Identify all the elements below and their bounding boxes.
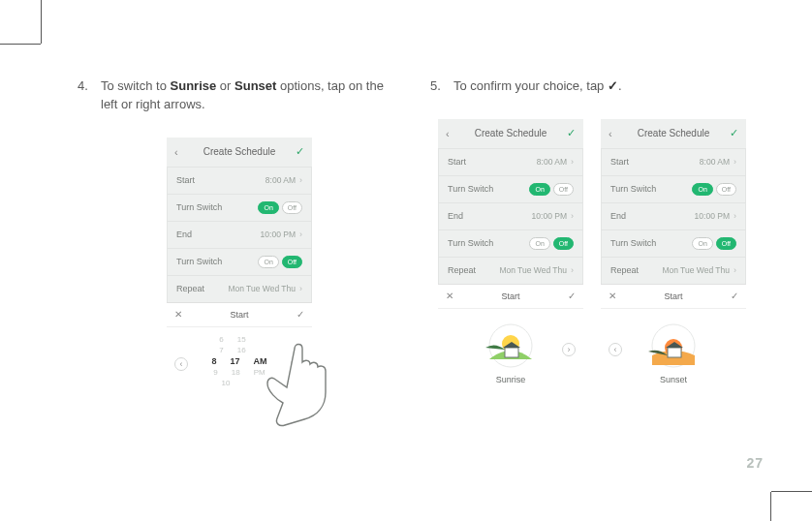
switch-off[interactable]: Off bbox=[553, 183, 574, 196]
crop-mark bbox=[0, 44, 41, 45]
step-4: 4. To switch to Sunrise or Sunset option… bbox=[78, 77, 401, 114]
option-label: Sunrise bbox=[496, 375, 526, 384]
check-icon: ✓ bbox=[608, 78, 618, 93]
value: 10:00 PM bbox=[261, 230, 296, 239]
phone-mock-time-picker: ‹ Create Schedule ✓ Start 8:00 AM› Turn … bbox=[167, 138, 312, 401]
option-label: Sunset bbox=[660, 375, 687, 384]
row-turn-switch-2: Turn SwitchOnOff bbox=[438, 230, 583, 257]
sheet-title: Start bbox=[664, 291, 682, 301]
text: To confirm your choice, tap bbox=[453, 78, 608, 93]
bold: Sunset bbox=[234, 78, 276, 93]
row-end[interactable]: End 10:00 PM› bbox=[167, 221, 312, 248]
switch-on[interactable]: On bbox=[529, 237, 549, 250]
screen-header: ‹ Create Schedule ✓ bbox=[167, 138, 312, 167]
value: Mon Tue Wed Thu bbox=[228, 284, 296, 293]
label: Turn Switch bbox=[176, 257, 222, 266]
close-icon[interactable]: ✕ bbox=[609, 291, 616, 301]
row-start[interactable]: Start 8:00 AM› bbox=[167, 167, 312, 194]
picker-prev-icon[interactable]: ‹ bbox=[174, 357, 188, 371]
row-turn-switch-2: Turn SwitchOnOff bbox=[601, 230, 746, 257]
step-text: To switch to Sunrise or Sunset options, … bbox=[101, 77, 401, 114]
switch-off[interactable]: Off bbox=[282, 256, 302, 268]
step-text: To confirm your choice, tap ✓. bbox=[453, 77, 622, 96]
phone-mock-sunrise: ‹ Create Schedule ✓ Start8:00 AM› Turn S… bbox=[438, 119, 583, 394]
row-end[interactable]: End10:00 PM› bbox=[601, 202, 746, 230]
back-icon[interactable]: ‹ bbox=[174, 146, 178, 158]
confirm-icon[interactable]: ✓ bbox=[567, 127, 576, 139]
label: Turn Switch bbox=[610, 238, 656, 248]
sheet-sunrise: ✕Start✓ ‹ › Sunrise bbox=[438, 284, 583, 394]
chevron-right-icon: › bbox=[734, 265, 736, 275]
chevron-right-icon: › bbox=[299, 230, 302, 239]
step-number: 4. bbox=[78, 77, 101, 114]
sheet-title: Start bbox=[230, 310, 248, 320]
close-icon[interactable]: ✕ bbox=[446, 291, 453, 301]
picker-row: 615 bbox=[219, 335, 259, 344]
switch-off[interactable]: Off bbox=[553, 237, 574, 250]
screen-title: Create Schedule bbox=[638, 128, 710, 138]
picker-row: 716 bbox=[219, 346, 259, 354]
confirm-icon[interactable]: ✓ bbox=[296, 145, 304, 158]
switch-off[interactable]: Off bbox=[716, 183, 736, 196]
value: 8:00 AM bbox=[265, 175, 296, 185]
label: Repeat bbox=[448, 265, 476, 275]
value: Mon Tue Wed Thu bbox=[662, 265, 730, 275]
confirm-icon[interactable]: ✓ bbox=[731, 291, 738, 301]
label: Start bbox=[448, 157, 466, 167]
switch-on[interactable]: On bbox=[692, 237, 712, 250]
label: End bbox=[448, 211, 463, 221]
svg-rect-2 bbox=[505, 348, 518, 357]
value: 8:00 AM bbox=[700, 157, 730, 167]
value: 10:00 PM bbox=[532, 211, 567, 221]
picker-next-icon[interactable]: › bbox=[291, 357, 304, 371]
phone-mock-sunset: ‹ Create Schedule ✓ Start8:00 AM› Turn S… bbox=[601, 119, 746, 394]
row-repeat[interactable]: RepeatMon Tue Wed Thu› bbox=[601, 257, 746, 284]
value: Mon Tue Wed Thu bbox=[499, 265, 567, 275]
confirm-icon[interactable]: ✓ bbox=[730, 127, 738, 139]
label: Turn Switch bbox=[448, 238, 493, 248]
confirm-icon[interactable]: ✓ bbox=[568, 291, 576, 301]
picker-row-selected: 817AM bbox=[211, 356, 266, 366]
switch-off[interactable]: Off bbox=[282, 201, 302, 214]
back-icon[interactable]: ‹ bbox=[609, 128, 612, 139]
screen-header: ‹ Create Schedule ✓ bbox=[438, 119, 583, 148]
chevron-right-icon: › bbox=[734, 157, 736, 167]
crop-mark bbox=[41, 0, 42, 44]
picker-prev-icon[interactable]: ‹ bbox=[609, 343, 622, 356]
text: To switch to bbox=[101, 78, 171, 93]
row-turn-switch-1: Turn SwitchOnOff bbox=[438, 175, 583, 202]
switch-off[interactable]: Off bbox=[716, 237, 736, 250]
row-start[interactable]: Start8:00 AM› bbox=[601, 148, 746, 175]
label: Repeat bbox=[610, 265, 639, 275]
label: Start bbox=[176, 175, 195, 185]
switch-on[interactable]: On bbox=[529, 183, 549, 196]
svg-rect-5 bbox=[668, 348, 681, 357]
label: Turn Switch bbox=[176, 202, 222, 212]
close-icon[interactable]: ✕ bbox=[174, 309, 182, 320]
row-start[interactable]: Start8:00 AM› bbox=[438, 148, 583, 175]
sheet-start-picker: ✕ Start ✓ ‹ › 615 716 817AM 918PM 10 bbox=[167, 302, 312, 401]
picker-row: 10 bbox=[222, 379, 258, 387]
confirm-icon[interactable]: ✓ bbox=[297, 309, 304, 320]
step-5: 5. To confirm your choice, tap ✓. bbox=[430, 77, 754, 96]
switch-on[interactable]: On bbox=[692, 183, 712, 196]
chevron-right-icon: › bbox=[299, 175, 302, 185]
row-repeat[interactable]: RepeatMon Tue Wed Thu› bbox=[438, 257, 583, 284]
row-end[interactable]: End10:00 PM› bbox=[438, 202, 583, 230]
back-icon[interactable]: ‹ bbox=[446, 128, 450, 139]
chevron-right-icon: › bbox=[571, 265, 574, 275]
row-turn-switch-2: Turn Switch On Off bbox=[167, 248, 312, 275]
chevron-right-icon: › bbox=[299, 284, 302, 293]
picker-next-icon[interactable]: › bbox=[562, 343, 576, 356]
crop-mark bbox=[771, 491, 812, 492]
switch-on[interactable]: On bbox=[258, 256, 278, 268]
sheet-title: Start bbox=[501, 291, 519, 301]
picker-row: 918PM bbox=[213, 368, 265, 377]
sunrise-icon bbox=[480, 322, 542, 369]
crop-mark bbox=[770, 492, 771, 521]
time-picker[interactable]: ‹ › 615 716 817AM 918PM 10 bbox=[167, 327, 312, 401]
label: End bbox=[176, 230, 192, 239]
switch-on[interactable]: On bbox=[258, 201, 278, 214]
row-repeat[interactable]: Repeat Mon Tue Wed Thu› bbox=[167, 275, 312, 302]
text: . bbox=[618, 78, 622, 93]
